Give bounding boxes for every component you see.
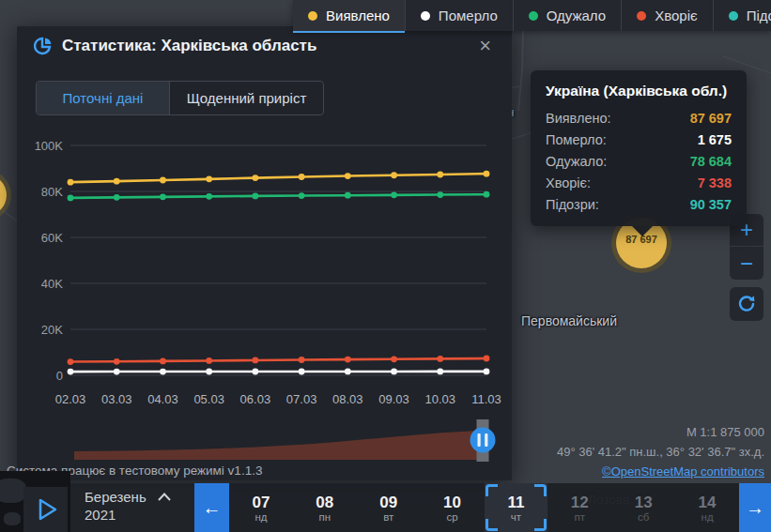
data-point[interactable] <box>345 173 351 179</box>
y-tick-label: 0 <box>56 369 63 383</box>
data-point[interactable] <box>391 356 397 362</box>
data-point[interactable] <box>299 192 305 199</box>
tooltip-row: Померло:1 675 <box>546 129 732 151</box>
selection-corner <box>534 519 547 531</box>
tooltip-metric-label: Підозри: <box>546 194 599 216</box>
play-button[interactable] <box>23 487 68 532</box>
data-point[interactable] <box>484 368 490 374</box>
legend-item-Підозри[interactable]: Підозри <box>713 0 771 31</box>
y-tick-label: 40K <box>41 277 63 291</box>
osm-attribution-link[interactable]: ©OpenStreetMap contributors <box>557 462 764 481</box>
data-point[interactable] <box>484 356 490 362</box>
day-number: 11 <box>507 494 524 511</box>
selection-corner <box>486 484 498 496</box>
legend-item-Виявлено[interactable]: Виявлено <box>293 0 405 31</box>
refresh-button[interactable] <box>730 287 763 321</box>
data-point[interactable] <box>437 369 443 375</box>
data-point[interactable] <box>68 358 74 365</box>
data-point[interactable] <box>391 191 397 198</box>
legend-item-Померло[interactable]: Померло <box>405 0 513 31</box>
data-point[interactable] <box>299 369 305 375</box>
metric-legend-bar: ВиявленоПомерлоОдужалоХворієПідозри <box>293 0 771 31</box>
day-strip: 07нд08пн09вт10ср11чт12пт13сб14нд <box>229 483 739 532</box>
legend-dot-icon <box>421 11 430 21</box>
zoom-out-button[interactable]: − <box>730 247 763 280</box>
data-point[interactable] <box>68 194 74 201</box>
data-point[interactable] <box>114 178 120 185</box>
data-point[interactable] <box>206 193 212 200</box>
data-point[interactable] <box>114 358 120 365</box>
tooltip-metric-value: 1 675 <box>698 129 732 151</box>
x-tick-label: 05.03 <box>193 392 224 406</box>
legend-item-Одужало[interactable]: Одужало <box>513 0 621 31</box>
tooltip-title: Україна (Харківська обл.) <box>546 83 732 99</box>
day-number: 10 <box>443 494 461 511</box>
tooltip-metric-value: 7 338 <box>698 173 732 194</box>
series-line-Хворіє <box>70 358 486 362</box>
day-cell-14[interactable]: 14нд <box>675 483 739 532</box>
x-tick-label: 10.03 <box>425 392 456 406</box>
data-point[interactable] <box>437 356 443 362</box>
legend-label: Одужало <box>547 8 606 23</box>
data-point[interactable] <box>484 171 490 177</box>
data-point[interactable] <box>252 175 258 181</box>
data-point[interactable] <box>252 369 258 375</box>
data-point[interactable] <box>114 369 120 375</box>
data-point[interactable] <box>160 369 166 375</box>
range-preview-area[interactable] <box>74 431 482 460</box>
arrow-right-icon: → <box>746 497 764 519</box>
data-point[interactable] <box>160 177 166 184</box>
month-selector[interactable]: Березень 2021 <box>70 483 194 532</box>
tooltip-metric-value: 78 684 <box>690 151 732 173</box>
x-tick-label: 08.03 <box>332 392 363 406</box>
arrow-left-icon: ← <box>203 497 222 519</box>
day-cell-07[interactable]: 07нд <box>229 483 293 532</box>
day-cell-10[interactable]: 10ср <box>421 483 485 532</box>
data-point[interactable] <box>252 357 258 364</box>
data-point[interactable] <box>437 191 443 198</box>
day-number: 07 <box>252 494 270 511</box>
previous-week-button[interactable]: ← <box>194 483 229 532</box>
map-town-label: Первомайський <box>521 313 617 328</box>
range-slider-handle[interactable] <box>470 419 496 462</box>
data-point[interactable] <box>299 174 305 180</box>
month-label: Березень <box>85 489 146 505</box>
data-point[interactable] <box>68 369 74 375</box>
tab-daily-growth[interactable]: Щоденний приріст <box>170 82 323 114</box>
data-point[interactable] <box>206 175 212 182</box>
map-scale: М 1:1 875 000 <box>557 422 764 442</box>
data-point[interactable] <box>345 192 351 199</box>
day-cell-13[interactable]: 13сб <box>611 483 675 532</box>
legend-item-Хворіє[interactable]: Хворіє <box>621 0 712 31</box>
data-point[interactable] <box>68 179 74 186</box>
refresh-icon <box>736 294 757 314</box>
close-icon[interactable]: × <box>475 34 495 58</box>
data-point[interactable] <box>437 172 443 178</box>
data-point[interactable] <box>391 369 397 375</box>
data-point[interactable] <box>391 172 397 178</box>
tab-current-data[interactable]: Поточні дані <box>37 82 170 114</box>
data-point[interactable] <box>345 369 351 375</box>
data-point[interactable] <box>345 357 351 363</box>
modal-header: Статистика: Харківська область × <box>17 26 512 66</box>
data-point[interactable] <box>299 357 305 363</box>
data-point[interactable] <box>252 193 258 200</box>
data-point[interactable] <box>206 357 212 364</box>
next-week-button[interactable]: → <box>739 483 771 532</box>
day-number: 12 <box>571 494 589 511</box>
data-point[interactable] <box>114 194 120 201</box>
day-cell-12[interactable]: 12пт <box>547 483 611 532</box>
data-point[interactable] <box>160 358 166 365</box>
day-cell-08[interactable]: 08пн <box>293 483 357 532</box>
day-cell-09[interactable]: 09вт <box>357 483 421 532</box>
day-cell-11[interactable]: 11чт <box>485 483 548 532</box>
data-point[interactable] <box>160 193 166 200</box>
data-point[interactable] <box>206 369 212 375</box>
legend-dot-icon <box>729 11 738 21</box>
data-point[interactable] <box>484 191 490 198</box>
tooltip-metric-value: 87 697 <box>690 108 732 129</box>
legend-dot-icon <box>529 11 538 21</box>
tooltip-metric-label: Померло: <box>546 129 607 151</box>
selection-corner <box>534 484 547 496</box>
day-weekday: сб <box>638 511 649 524</box>
